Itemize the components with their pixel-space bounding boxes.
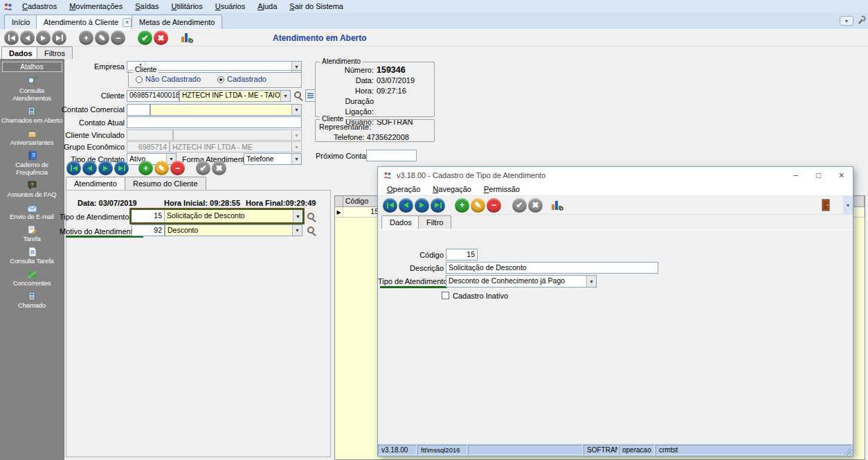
radio-nao-cadastrado[interactable]: Não Cadastrado: [136, 75, 201, 83]
dropdown-icon[interactable]: ▼: [293, 210, 302, 222]
dialog-nav-next-button[interactable]: [415, 198, 429, 213]
dialog-tipo-atendimento-combo[interactable]: Desconto de Conhecimento já Pago ▼: [446, 275, 597, 288]
detail-add-button[interactable]: +: [138, 161, 153, 175]
proximo-contato-field[interactable]: [366, 150, 417, 161]
dialog-descricao-field[interactable]: Solicitação de Desconto: [446, 262, 658, 274]
dialog-nav-first-button[interactable]: [383, 198, 397, 213]
dialog-menu-operacao[interactable]: Operação: [381, 184, 426, 194]
sidebar-item-consulta-tarefa[interactable]: Consulta Tarefa: [0, 246, 64, 265]
detail-nav-first-button[interactable]: [66, 161, 81, 175]
contato-atual-field[interactable]: [127, 116, 302, 128]
forma-atendimento-combo[interactable]: Telefone ▼: [244, 153, 302, 165]
dialog-menu-navegacao[interactable]: Navegação: [426, 184, 478, 194]
nav-last-button[interactable]: [52, 30, 66, 45]
dialog-add-button[interactable]: +: [455, 198, 469, 213]
nav-first-button[interactable]: [4, 30, 19, 45]
minimize-icon[interactable]: –: [784, 167, 807, 183]
detail-edit-button[interactable]: ✎: [154, 161, 169, 175]
sidebar-item-assuntos-faq[interactable]: ? Assuntos de FAQ: [0, 179, 64, 198]
nav-next-button[interactable]: [36, 30, 51, 45]
page-title: Atendimento em Aberto: [273, 33, 367, 43]
dropdown-icon[interactable]: ▼: [291, 154, 301, 164]
cancel-button[interactable]: ✖: [154, 30, 168, 45]
contato-comercial-code-field[interactable]: [127, 104, 150, 116]
dialog-title-bar[interactable]: v3.18.00 - Cadastro de Tipo de Atendimen…: [378, 167, 853, 183]
grid-col-codigo[interactable]: Código: [343, 196, 381, 206]
toolbar-overflow-button[interactable]: ▾: [843, 196, 853, 215]
detail-nav-next-button[interactable]: [98, 161, 113, 175]
dropdown-icon[interactable]: ▼: [280, 91, 290, 101]
menu-ajuda[interactable]: Ajuda: [251, 1, 283, 11]
chart-icon[interactable]: [181, 32, 194, 44]
delete-button[interactable]: −: [111, 30, 125, 45]
sidebar-item-concorrentes[interactable]: Concorrentes: [0, 268, 64, 287]
side-tab-dados[interactable]: Dados: [1, 46, 40, 59]
edit-button[interactable]: ✎: [95, 30, 109, 45]
menu-cadastros[interactable]: Cadastros: [16, 1, 63, 11]
maximize-icon[interactable]: □: [807, 167, 830, 183]
dialog-menu-permissao[interactable]: Permissão: [478, 184, 526, 194]
sidebar-item-tarefa[interactable]: Tarefa: [0, 224, 64, 242]
cliente-code-field[interactable]: 06985714000182: [127, 90, 179, 102]
tab-atendimento-cliente[interactable]: Atendimento à Cliente ×: [36, 15, 139, 29]
menu-usuarios[interactable]: Usuários: [209, 1, 251, 11]
sidebar-item-aniversariantes[interactable]: Aniversariantes: [0, 127, 64, 146]
sidebar-item-caderno-frequencia[interactable]: Caderno de Frequência: [0, 150, 64, 176]
sidebar-item-envio-email[interactable]: Envio de E-mail: [0, 202, 64, 220]
dialog-tab-dados[interactable]: Dados: [381, 215, 420, 229]
confirm-button[interactable]: ✔: [138, 30, 152, 45]
tab-metas-atendimento[interactable]: Metas de Atendimento: [132, 15, 222, 29]
sidebar-item-consulta-atendimentos[interactable]: Consulta Atendimentos: [0, 76, 64, 102]
detail-cancel-button[interactable]: ✖: [212, 161, 226, 175]
resize-grip[interactable]: [843, 446, 852, 455]
exit-door-icon[interactable]: [822, 199, 831, 211]
tab-atendimento-detail[interactable]: Atendimento: [66, 177, 125, 190]
sidebar-item-chamados-em-aberto[interactable]: Chamados em Aberto: [0, 105, 64, 124]
motivo-atendimento-code[interactable]: 92: [132, 224, 165, 236]
tab-resumo-cliente[interactable]: Resumo do Cliente: [125, 177, 206, 190]
cliente-list-button[interactable]: [305, 89, 316, 102]
tab-close-icon[interactable]: ×: [123, 18, 132, 27]
detail-nav-prev-button[interactable]: [82, 161, 97, 175]
radio-cadastrado[interactable]: Cadastrado: [217, 75, 266, 83]
row-selector-icon: ▶: [335, 207, 343, 217]
dialog-tab-filtro[interactable]: Filtro: [418, 215, 451, 229]
cadastro-inativo-checkbox[interactable]: [442, 292, 449, 299]
dialog-edit-button[interactable]: ✎: [471, 198, 485, 213]
menu-movimentacoes[interactable]: Movimentações: [63, 1, 129, 11]
dialog-confirm-button[interactable]: ✔: [512, 198, 527, 213]
cadastro-tipo-atendimento-dialog: v3.18.00 - Cadastro de Tipo de Atendimen…: [377, 166, 853, 457]
tipo-atendimento-code[interactable]: 15: [132, 210, 165, 222]
tab-inicio[interactable]: Início: [4, 15, 37, 29]
dialog-nav-prev-button[interactable]: [399, 198, 413, 213]
sidebar-item-label: Concorrentes: [0, 279, 64, 287]
detail-confirm-button[interactable]: ✔: [196, 161, 210, 175]
close-icon[interactable]: ×: [830, 167, 853, 183]
menu-utilitarios[interactable]: Utilitários: [165, 1, 208, 11]
dialog-codigo-field[interactable]: 15: [446, 249, 478, 260]
side-tab-filtros[interactable]: Filtros: [37, 46, 73, 59]
dialog-cancel-button[interactable]: ✖: [528, 198, 543, 213]
dropdown-icon[interactable]: ▼: [291, 105, 301, 115]
cliente-search-icon[interactable]: [294, 91, 301, 98]
dropdown-icon[interactable]: ▼: [586, 276, 596, 287]
dropdown-icon[interactable]: ▼: [292, 225, 302, 236]
tools-wrench-icon[interactable]: [857, 15, 867, 26]
menu-sair[interactable]: Sair do Sistema: [283, 1, 350, 11]
dialog-delete-button[interactable]: −: [487, 198, 501, 213]
sidebar-item-chamado[interactable]: Chamado: [0, 290, 64, 309]
dialog-nav-last-button[interactable]: [431, 198, 445, 213]
dialog-chart-icon[interactable]: [551, 200, 564, 211]
menu-saidas[interactable]: Saídas: [129, 1, 165, 11]
detail-nav-last-button[interactable]: [114, 161, 129, 175]
contato-comercial-combo[interactable]: ▼: [150, 104, 302, 116]
motivo-atendimento-combo[interactable]: Desconto ▼: [165, 224, 302, 236]
nav-prev-button[interactable]: [20, 30, 35, 45]
add-button[interactable]: +: [79, 30, 93, 45]
detail-delete-button[interactable]: −: [170, 161, 185, 175]
cliente-combo[interactable]: HZTECH INF LTDA - ME - TAIO ▼: [179, 90, 291, 102]
tipo-atendimento-combo[interactable]: 15 Solicitação de Desconto ▼: [130, 209, 304, 224]
tipo-atendimento-search-icon[interactable]: [307, 213, 314, 220]
motivo-atendimento-search-icon[interactable]: [307, 227, 314, 233]
tab-scroll-chevron-button[interactable]: ▾: [840, 16, 853, 26]
